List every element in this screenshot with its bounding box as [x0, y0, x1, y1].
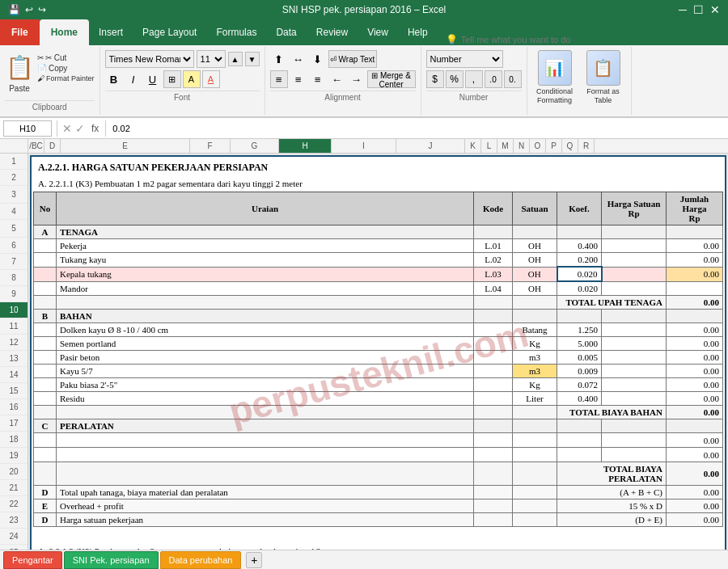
underline-btn[interactable]: U [144, 70, 162, 88]
percent-btn[interactable]: % [446, 70, 463, 88]
conditional-formatting-btn[interactable]: 📊 Conditional Formatting [534, 50, 576, 105]
minimize-btn[interactable]: ─ [679, 3, 687, 16]
sheet-tab-sni[interactable]: SNI Pek. persiapan [64, 551, 159, 569]
format-as-table-btn[interactable]: 📋 Format as Table [582, 50, 624, 105]
decrease-decimal-btn[interactable]: 0. [504, 70, 522, 88]
sheet-tab-data[interactable]: Data perubahan [160, 551, 242, 569]
col-header-o[interactable]: O [530, 139, 546, 153]
tab-review[interactable]: Review [307, 19, 358, 45]
italic-btn[interactable]: I [125, 70, 142, 88]
table-row[interactable]: Pekerja L.01 OH 0.400 0.00 [34, 239, 723, 253]
blank-row-28 [33, 529, 723, 545]
confirm-formula-icon[interactable]: ✓ [75, 122, 85, 135]
tab-home[interactable]: Home [40, 19, 89, 45]
table1: No Uraian Kode Satuan Koef. Harga Satuan… [33, 192, 723, 527]
bold-btn[interactable]: B [105, 70, 123, 88]
table-row-active[interactable]: Kepala tukang L.03 OH 0.020 0.00 [34, 267, 723, 281]
table-row[interactable]: Paku biasa 2'-5" Kg 0.072 0.00 [34, 378, 723, 392]
col-header-g[interactable]: G [231, 139, 279, 153]
main-grid[interactable]: perpusteknil.com A.2.2.1. HARGA SATUAN P… [28, 154, 728, 550]
tab-file[interactable]: File [0, 19, 40, 45]
app-title: SNI HSP pek. persiapan 2016 – Excel [282, 4, 447, 15]
decrease-font-btn[interactable]: ▼ [245, 52, 260, 66]
undo-icon[interactable]: ↩ [25, 4, 33, 15]
col-header-k[interactable]: K [465, 139, 481, 153]
merge-center-btn[interactable]: ⊞ Merge & Center [367, 70, 416, 88]
search-area[interactable]: 💡 [438, 34, 728, 45]
tab-view[interactable]: View [358, 19, 398, 45]
add-sheet-btn[interactable]: + [246, 552, 262, 568]
tab-help[interactable]: Help [398, 19, 438, 45]
align-bottom-btn[interactable]: ⬇ [309, 50, 327, 68]
align-left-btn[interactable]: ≡ [270, 70, 288, 88]
row-num-21: 21 [0, 480, 28, 496]
tab-formulas[interactable]: Formulas [206, 19, 266, 45]
dollar-btn[interactable]: $ [426, 70, 444, 88]
align-center-btn[interactable]: ≡ [290, 70, 307, 88]
col-header-i[interactable]: I [332, 139, 396, 153]
increase-decimal-btn[interactable]: .0 [485, 70, 502, 88]
align-right-btn[interactable]: ≡ [309, 70, 327, 88]
col-header-h[interactable]: H [279, 139, 332, 153]
window-controls: ─ ☐ ✕ [679, 3, 720, 16]
row-num-12: 12 [0, 335, 28, 351]
col-header-m[interactable]: M [497, 139, 514, 153]
increase-font-btn[interactable]: ▲ [228, 52, 243, 66]
tab-insert[interactable]: Insert [89, 19, 133, 45]
font-size-select[interactable]: 11 [197, 50, 226, 68]
formula-bar-divider [57, 120, 57, 137]
cancel-formula-icon[interactable]: ✕ [62, 122, 72, 135]
table-row[interactable]: 0.00 [34, 433, 723, 448]
sheet-tab-pengantar[interactable]: Pengantar [3, 551, 62, 569]
table-row[interactable]: Kayu 5/7 m3 0.009 0.00 [34, 365, 723, 378]
maximize-btn[interactable]: ☐ [693, 3, 704, 16]
col-header-e[interactable]: E [61, 139, 190, 153]
close-btn[interactable]: ✕ [710, 3, 720, 16]
decrease-indent-btn[interactable]: ← [328, 70, 346, 88]
search-input[interactable] [461, 35, 607, 44]
col-header-f[interactable]: F [190, 139, 231, 153]
align-middle-btn[interactable]: ↔ [290, 50, 307, 68]
cell-reference-input[interactable] [3, 120, 52, 137]
comma-btn[interactable]: , [465, 70, 483, 88]
row-num-15: 15 [0, 383, 28, 399]
col-header-j[interactable]: J [396, 139, 465, 153]
wrap-text-btn[interactable]: ⏎ Wrap Text [328, 50, 377, 68]
col-header-p[interactable]: P [546, 139, 562, 153]
table-row[interactable]: Tukang kayu L.02 OH 0.200 0.00 [34, 253, 723, 268]
tab-data[interactable]: Data [266, 19, 306, 45]
col-header-abc: /BC [28, 139, 44, 153]
col-header-d[interactable]: D [44, 139, 61, 153]
th-satuan: Satuan [513, 192, 557, 225]
redo-icon[interactable]: ↪ [38, 4, 46, 15]
copy-button[interactable]: 📄Copy [37, 64, 95, 73]
col-header-n[interactable]: N [514, 139, 530, 153]
align-top-btn[interactable]: ⬆ [270, 50, 288, 68]
save-icon[interactable]: 💾 [8, 4, 20, 15]
increase-indent-btn[interactable]: → [348, 70, 366, 88]
font-name-select[interactable]: Times New Roman [105, 50, 194, 68]
row-num-16: 16 [0, 399, 28, 415]
number-format-select[interactable]: Number [426, 50, 503, 68]
table-row[interactable]: Semen portland Kg 5.000 0.00 [34, 337, 723, 351]
total-tenaga-row: TOTAL UPAH TENAGA 0.00 [34, 296, 723, 310]
tab-page-layout[interactable]: Page Layout [133, 19, 206, 45]
fill-color-btn[interactable]: A [183, 70, 201, 88]
border-btn[interactable]: ⊞ [163, 70, 181, 88]
table-row[interactable]: Pasir beton m3 0.005 0.00 [34, 351, 723, 365]
col-header-l[interactable]: L [481, 139, 497, 153]
alignment-group: ⬆ ↔ ⬇ ⏎ Wrap Text ≡ ≡ ≡ ← → ⊞ Merge & Ce… [265, 47, 421, 115]
clipboard-label: Clipboard [5, 100, 95, 112]
function-icon[interactable]: fx [91, 123, 99, 134]
format-painter-button[interactable]: 🖌Format Painter [37, 74, 95, 82]
table-row[interactable]: Residu Liter 0.400 0.00 [34, 392, 723, 406]
formula-input[interactable] [109, 120, 725, 137]
col-header-q[interactable]: Q [562, 139, 578, 153]
paste-button[interactable]: 📋 Paste [5, 50, 34, 93]
table-row[interactable]: Dolken kayu Ø 8 -10 / 400 cm Batang 1.25… [34, 323, 723, 337]
table-row[interactable]: Mandor L.04 OH 0.020 [34, 281, 723, 296]
table-row[interactable]: 0.00 [34, 448, 723, 462]
cut-button[interactable]: ✂✂ Cut [37, 53, 95, 62]
col-header-r[interactable]: R [578, 139, 595, 153]
font-color-btn[interactable]: A [202, 70, 220, 88]
